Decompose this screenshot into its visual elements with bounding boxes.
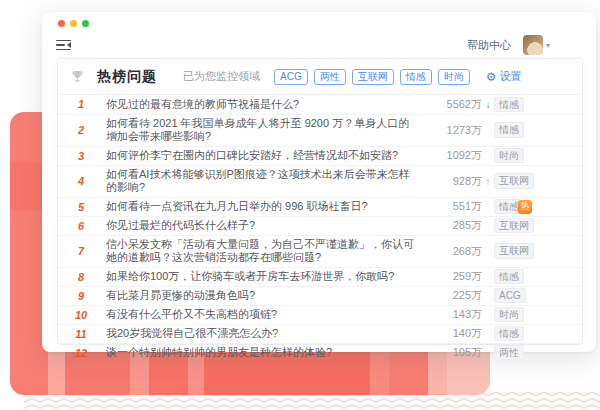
tag-slot: ACG <box>494 288 515 304</box>
question-link[interactable]: 信小呆发文称「活动有大量问题，为自己不严谨道歉」，你认可她的道歉吗？这次营销活动… <box>106 236 420 267</box>
rank-number: 1 <box>68 98 94 110</box>
tag-slot: 互联网 <box>494 243 515 259</box>
list-item: 6 你见过最烂的代码长什么样子? 285万 互联网 <box>58 216 582 235</box>
panel-subtitle: 已为您监控领域 <box>183 69 260 84</box>
rank-number: 6 <box>68 220 94 232</box>
view-count: 5562万 <box>430 97 482 112</box>
traffic-light-close[interactable] <box>58 20 65 27</box>
list-item: 1 你见过的最有意境的教师节祝福是什么? 5562万 ↓ 情感 <box>58 95 582 114</box>
tag-slot: 时尚 <box>494 307 515 323</box>
view-count: 1273万 <box>430 123 482 138</box>
traffic-light-minimize[interactable] <box>70 20 77 27</box>
user-avatar[interactable] <box>523 35 543 55</box>
list-item: 12 谈一个特别帅特别帅的男朋友是种怎样的体验? 105万 两性 <box>58 343 582 362</box>
panel-title: 热榜问题 <box>97 68 157 86</box>
question-link[interactable]: 你见过最烂的代码长什么样子? <box>106 217 420 235</box>
domain-chip[interactable]: 情感 <box>400 69 432 85</box>
domain-chips: ACG两性互联网情感时尚 <box>274 69 476 85</box>
list-item: 11 我20岁我觉得自己很不漂亮怎么办? 140万 情感 <box>58 324 582 343</box>
question-link[interactable]: 如何评价李宁在圈内的口碑比安踏好，经营情况却不如安踏? <box>106 147 420 165</box>
question-link[interactable]: 如何看待 2021 年我国单身成年人将升至 9200 万？单身人口的增加会带来哪… <box>106 115 420 146</box>
list-item: 9 有比菜月昴更惨的动漫角色吗? 225万 ACG <box>58 286 582 305</box>
tag-slot: 时尚 <box>494 148 515 164</box>
view-count: 928万 <box>430 174 482 189</box>
rank-number: 9 <box>68 290 94 302</box>
rank-number: 10 <box>68 309 94 321</box>
tag-slot: 情感 <box>494 199 515 215</box>
page-background: 帮助中心 ▾ 热榜问题 已为您监控领域 ACG两性互联网情感时尚 ⚙ 设置 <box>0 0 600 410</box>
question-link[interactable]: 有没有什么平价又不失高档的项链? <box>106 306 420 324</box>
domain-chip[interactable]: 两性 <box>314 69 346 85</box>
view-count: 105万 <box>430 345 482 360</box>
question-link[interactable]: 谈一个特别帅特别帅的男朋友是种怎样的体验? <box>106 344 420 362</box>
trend-icon: ↓ <box>482 99 494 110</box>
settings-button[interactable]: ⚙ 设置 <box>486 69 522 84</box>
view-count: 143万 <box>430 307 482 322</box>
question-link[interactable]: 有比菜月昴更惨的动漫角色吗? <box>106 287 420 305</box>
list-item: 10 有没有什么平价又不失高档的项链? 143万 时尚 <box>58 305 582 324</box>
tag-slot: 情感 <box>494 122 515 138</box>
rank-number: 12 <box>68 347 94 359</box>
hot-slot <box>515 327 532 341</box>
gear-icon: ⚙ <box>486 71 497 83</box>
rank-number: 11 <box>68 328 94 340</box>
tag-slot: 互联网 <box>494 173 515 189</box>
hot-list: 1 你见过的最有意境的教师节祝福是什么? 5562万 ↓ 情感 2 如何看待 2… <box>58 95 582 362</box>
top-navbar: 帮助中心 ▾ <box>42 30 596 58</box>
hot-slot <box>515 174 532 188</box>
window-titlebar <box>42 12 596 30</box>
domain-chip[interactable]: ACG <box>274 69 308 85</box>
domain-chip[interactable]: 互联网 <box>352 69 394 85</box>
hot-slot <box>515 346 532 360</box>
question-link[interactable]: 你见过的最有意境的教师节祝福是什么? <box>106 95 420 113</box>
domain-chip[interactable]: 时尚 <box>438 69 470 85</box>
hot-slot: 热 <box>515 200 532 214</box>
hot-slot <box>515 219 532 233</box>
caret-down-icon[interactable]: ▾ <box>546 41 550 50</box>
hot-slot <box>515 270 532 284</box>
trophy-icon <box>70 69 85 84</box>
question-link[interactable]: 我20岁我觉得自己很不漂亮怎么办? <box>106 325 420 343</box>
app-window: 帮助中心 ▾ 热榜问题 已为您监控领域 ACG两性互联网情感时尚 ⚙ 设置 <box>42 12 596 352</box>
hot-slot <box>515 244 532 258</box>
panel-header: 热榜问题 已为您监控领域 ACG两性互联网情感时尚 ⚙ 设置 <box>58 59 582 95</box>
help-center-link[interactable]: 帮助中心 <box>467 38 511 53</box>
view-count: 1092万 <box>430 148 482 163</box>
tag-slot: 情感 <box>494 97 515 113</box>
list-item: 3 如何评价李宁在圈内的口碑比安踏好，经营情况却不如安踏? 1092万 时尚 <box>58 146 582 165</box>
tag-slot: 情感 <box>494 326 515 342</box>
view-count: 268万 <box>430 244 482 259</box>
tag-slot: 情感 <box>494 269 515 285</box>
hot-slot <box>515 308 532 322</box>
menu-fold-icon[interactable] <box>56 40 71 51</box>
hot-slot <box>515 123 532 137</box>
hot-slot <box>515 97 532 111</box>
traffic-light-zoom[interactable] <box>82 20 89 27</box>
settings-label: 设置 <box>499 69 521 84</box>
view-count: 551万 <box>430 199 482 214</box>
rank-number: 3 <box>68 150 94 162</box>
view-count: 225万 <box>430 288 482 303</box>
tag-slot: 两性 <box>494 345 515 361</box>
rank-number: 8 <box>68 271 94 283</box>
view-count: 259万 <box>430 269 482 284</box>
trend-icon: ↑ <box>482 176 494 187</box>
view-count: 140万 <box>430 326 482 341</box>
list-item: 2 如何看待 2021 年我国单身成年人将升至 9200 万？单身人口的增加会带… <box>58 114 582 146</box>
rank-number: 7 <box>68 245 94 257</box>
question-link[interactable]: 如何看AI技术将能够识别P图痕迹？这项技术出来后会带来怎样的影响? <box>106 166 420 197</box>
view-count: 285万 <box>430 218 482 233</box>
hot-badge: 热 <box>518 200 532 214</box>
rank-number: 5 <box>68 201 94 213</box>
question-link[interactable]: 如何看待一点资讯在九月九日举办的 996 职场社畜日? <box>106 198 420 216</box>
rank-number: 2 <box>68 124 94 136</box>
question-link[interactable]: 如果给你100万，让你骑车或者开房车去环游世界，你敢吗? <box>106 268 420 286</box>
list-item: 5 如何看待一点资讯在九月九日举办的 996 职场社畜日? 551万 情感 热 <box>58 197 582 216</box>
hot-list-panel: 热榜问题 已为您监控领域 ACG两性互联网情感时尚 ⚙ 设置 1 你见过的最有意… <box>57 58 583 345</box>
list-item: 8 如果给你100万，让你骑车或者开房车去环游世界，你敢吗? 259万 情感 <box>58 267 582 286</box>
list-item: 7 信小呆发文称「活动有大量问题，为自己不严谨道歉」，你认可她的道歉吗？这次营销… <box>58 235 582 267</box>
rank-number: 4 <box>68 175 94 187</box>
list-item: 4 如何看AI技术将能够识别P图痕迹？这项技术出来后会带来怎样的影响? 928万… <box>58 165 582 197</box>
hot-slot <box>515 149 532 163</box>
tag-slot: 互联网 <box>494 218 515 234</box>
